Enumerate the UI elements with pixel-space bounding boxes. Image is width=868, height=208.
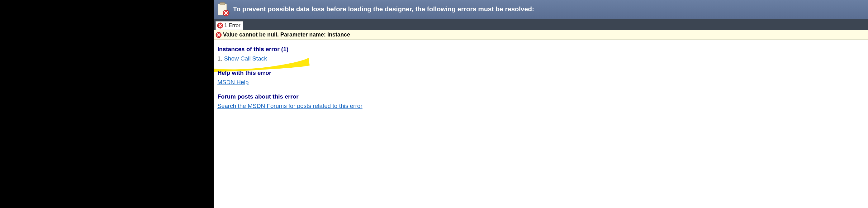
forum-heading: Forum posts about this error bbox=[217, 93, 864, 100]
banner: To prevent possible data loss before loa… bbox=[214, 0, 868, 19]
root-layout: To prevent possible data loss before loa… bbox=[0, 0, 868, 208]
tab-row: 1 Error bbox=[214, 19, 868, 30]
designer-error-panel: To prevent possible data loss before loa… bbox=[214, 0, 868, 208]
content-area: Instances of this error (1) 1. Show Call… bbox=[214, 39, 868, 208]
left-pane bbox=[0, 0, 214, 208]
svg-rect-1 bbox=[220, 2, 225, 5]
show-call-stack-link[interactable]: Show Call Stack bbox=[224, 55, 267, 62]
error-icon bbox=[216, 32, 222, 38]
instances-heading: Instances of this error (1) bbox=[217, 46, 864, 53]
error-icon bbox=[217, 23, 223, 29]
error-message-text: Value cannot be null. Parameter name: in… bbox=[223, 31, 350, 38]
error-count-tab[interactable]: 1 Error bbox=[216, 21, 243, 30]
forum-search-link[interactable]: Search the MSDN Forums for posts related… bbox=[217, 102, 363, 109]
error-tab-label: 1 Error bbox=[224, 23, 241, 29]
instance-item: 1. Show Call Stack bbox=[217, 55, 864, 62]
banner-title: To prevent possible data loss before loa… bbox=[233, 5, 534, 13]
instance-number: 1. bbox=[217, 55, 222, 62]
error-message-bar: Value cannot be null. Parameter name: in… bbox=[214, 30, 868, 39]
help-heading: Help with this error bbox=[217, 69, 864, 77]
msdn-help-link[interactable]: MSDN Help bbox=[217, 79, 249, 85]
clipboard-error-icon bbox=[216, 2, 230, 16]
